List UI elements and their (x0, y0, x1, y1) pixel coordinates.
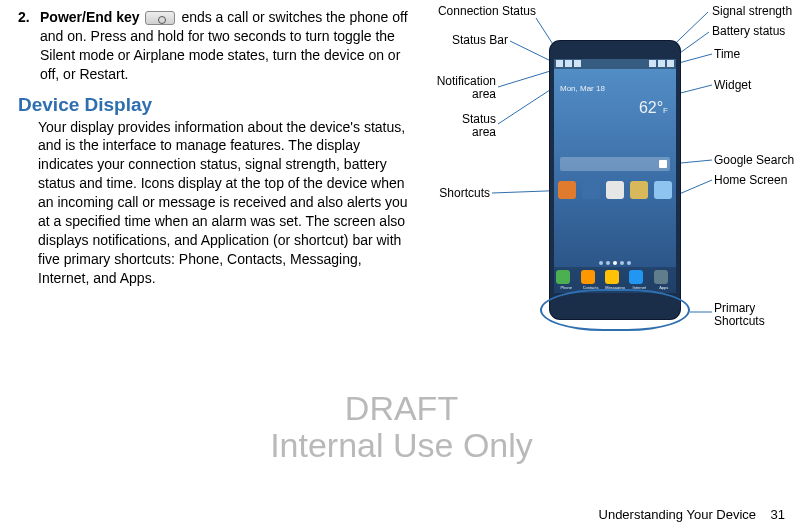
callout-notification-area: Notification area (428, 75, 496, 101)
status-icon (556, 60, 563, 67)
footer-page: 31 (771, 507, 785, 522)
callout-widget: Widget (714, 79, 751, 92)
mic-icon (659, 160, 667, 168)
power-key-label: Power/End key (40, 9, 140, 25)
status-icon (574, 60, 581, 67)
shortcut-icon (606, 181, 624, 199)
callout-battery-status: Battery status (712, 25, 785, 38)
callout-status-bar: Status Bar (428, 34, 508, 47)
callout-primary-shortcuts: Primary Shortcuts (714, 302, 765, 328)
shortcut-icon (558, 181, 576, 199)
svg-line-4 (675, 54, 712, 64)
dock-contacts-icon (581, 270, 595, 284)
list-body: Power/End key ends a call or switches th… (40, 8, 413, 84)
google-search-bar (560, 157, 670, 171)
signal-icon (649, 60, 656, 67)
shortcut-icon (582, 181, 600, 199)
callout-status-area: Status area (428, 113, 496, 139)
section-heading: Device Display (18, 94, 413, 116)
callout-shortcuts: Shortcuts (428, 187, 490, 200)
weather-temp: 62° (639, 99, 663, 116)
clock-icon (667, 60, 674, 67)
body-paragraph: Your display provides information about … (38, 118, 413, 288)
callout-connection-status: Connection Status (428, 5, 536, 18)
phone-date: Mon, Mar 18 (554, 69, 676, 93)
footer-title: Understanding Your Device (599, 507, 757, 522)
shortcut-icon (630, 181, 648, 199)
dock-phone-icon (556, 270, 570, 284)
phone-mockup: Mon, Mar 18 62°F Phone Contacts Messagin… (550, 41, 680, 319)
callout-google-search: Google Search (714, 154, 794, 167)
dock-messaging-icon (605, 270, 619, 284)
footer: Understanding Your Device 31 (599, 507, 785, 522)
dock-apps-icon (654, 270, 668, 284)
watermark: DRAFT Internal Use Only (0, 390, 803, 465)
callout-home-screen: Home Screen (714, 174, 787, 187)
weather-widget: 62°F (610, 99, 670, 129)
status-icon (565, 60, 572, 67)
dock-internet-icon (629, 270, 643, 284)
dock: Phone Contacts Messaging Internet Apps (554, 267, 676, 293)
battery-icon (658, 60, 665, 67)
shortcut-row (558, 181, 672, 199)
page-indicator (554, 261, 676, 265)
phone-screen: Mon, Mar 18 62°F Phone Contacts Messagin… (554, 59, 676, 293)
device-diagram: Connection Status Signal strength Batter… (428, 5, 798, 360)
callout-time: Time (714, 48, 740, 61)
shortcut-icon (654, 181, 672, 199)
callout-signal-strength: Signal strength (712, 5, 792, 18)
svg-line-3 (510, 41, 555, 63)
list-number: 2. (18, 8, 40, 84)
power-key-icon (145, 11, 175, 25)
watermark-line1: DRAFT (0, 390, 803, 427)
watermark-line2: Internal Use Only (0, 427, 803, 464)
list-item-power-key: 2. Power/End key ends a call or switches… (18, 8, 413, 84)
phone-statusbar (554, 59, 676, 69)
